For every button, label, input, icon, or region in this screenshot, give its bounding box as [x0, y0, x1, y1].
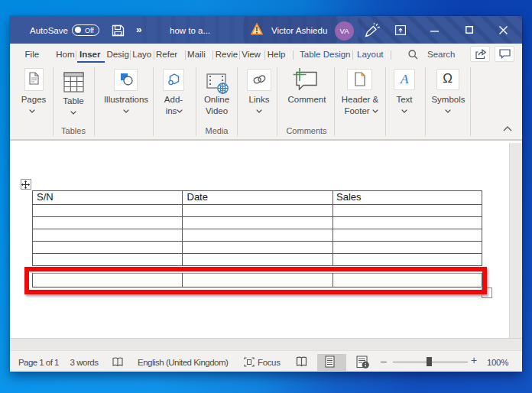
svg-text:A: A — [400, 72, 409, 86]
